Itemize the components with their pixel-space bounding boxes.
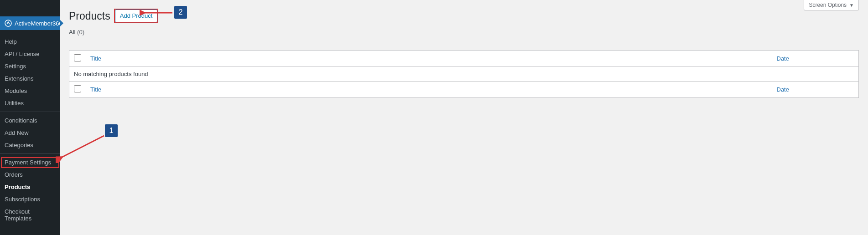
annotation-step-2: 2 xyxy=(174,6,187,19)
chevron-down-icon: ▼ xyxy=(849,3,854,8)
plugin-icon xyxy=(5,20,12,27)
column-footer-title[interactable]: Title xyxy=(86,82,772,98)
select-all-checkbox[interactable] xyxy=(74,54,81,61)
sidebar-item-help[interactable]: Help xyxy=(0,36,60,48)
no-items-message: No matching products found xyxy=(69,67,859,82)
filter-links: All (0) xyxy=(69,29,859,36)
sidebar-item-extensions[interactable]: Extensions xyxy=(0,72,60,85)
no-items-row: No matching products found xyxy=(69,67,859,82)
sidebar-item-utilities[interactable]: Utilities xyxy=(0,97,60,109)
sidebar-divider xyxy=(0,112,60,112)
sidebar-active-plugin[interactable]: ActiveMember360 xyxy=(0,16,60,30)
sidebar-item-subscriptions[interactable]: Subscriptions xyxy=(0,193,60,205)
sidebar-item-settings[interactable]: Settings xyxy=(0,60,60,72)
admin-sidebar: ActiveMember360 Help API / License Setti… xyxy=(0,0,60,235)
filter-all-label: All xyxy=(69,29,75,36)
screen-options-label: Screen Options xyxy=(809,2,847,8)
sidebar-item-api-license[interactable]: API / License xyxy=(0,48,60,60)
filter-all-count: (0) xyxy=(77,29,84,36)
sidebar-item-categories[interactable]: Categories xyxy=(0,139,60,151)
sidebar-item-add-new[interactable]: Add New xyxy=(0,127,60,139)
annotation-step-1: 1 xyxy=(105,124,118,137)
sidebar-item-conditionals[interactable]: Conditionals xyxy=(0,114,60,127)
screen-options-toggle[interactable]: Screen Options ▼ xyxy=(804,0,859,10)
main-content: Screen Options ▼ Products Add Product Al… xyxy=(60,0,868,235)
svg-point-0 xyxy=(5,20,11,26)
filter-all[interactable]: All (0) xyxy=(69,29,84,36)
select-all-checkbox-footer[interactable] xyxy=(74,85,81,92)
sidebar-divider xyxy=(0,153,60,154)
page-header: Products Add Product xyxy=(69,5,859,29)
page-title: Products xyxy=(69,10,110,22)
products-table: Title Date No matching products found xyxy=(69,50,859,98)
sidebar-item-orders[interactable]: Orders xyxy=(0,169,60,181)
select-all-header xyxy=(69,51,86,67)
sidebar-submenu: Help API / License Settings Extensions M… xyxy=(0,30,60,225)
sidebar-item-checkout-templates[interactable]: Checkout Templates xyxy=(0,205,60,225)
sidebar-item-payment-settings[interactable]: Payment Settings xyxy=(0,156,60,169)
column-header-date[interactable]: Date xyxy=(772,51,859,67)
sidebar-active-label: ActiveMember360 xyxy=(15,20,62,27)
sidebar-item-products[interactable]: Products xyxy=(0,181,60,193)
sidebar-item-modules[interactable]: Modules xyxy=(0,85,60,97)
select-all-footer xyxy=(69,82,86,98)
add-product-button[interactable]: Add Product xyxy=(115,10,158,22)
column-footer-date[interactable]: Date xyxy=(772,82,859,98)
column-header-title[interactable]: Title xyxy=(86,51,772,67)
annotation-highlight-add-button: Add Product xyxy=(114,9,159,23)
